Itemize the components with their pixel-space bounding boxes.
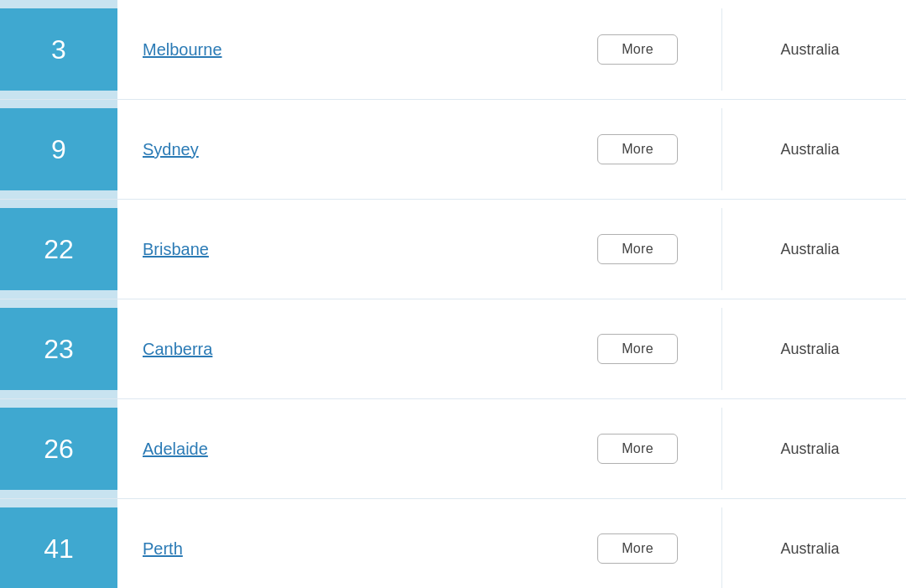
row-bottom-bar (0, 390, 117, 398)
row-top-bar (0, 399, 117, 408)
more-button[interactable]: More (597, 134, 678, 164)
city-cell: Adelaide (117, 440, 554, 459)
country-cell: Australia (721, 507, 906, 588)
row-main: 3MelbourneMoreAustralia (0, 8, 906, 91)
row-main: 9SydneyMoreAustralia (0, 108, 906, 190)
more-cell: More (554, 334, 721, 364)
country-cell: Australia (721, 8, 906, 91)
table-row: 23CanberraMoreAustralia (0, 299, 906, 399)
more-cell: More (554, 434, 721, 464)
row-top-bar (0, 499, 117, 507)
city-link[interactable]: Canberra (143, 340, 212, 358)
rankings-table: 3MelbourneMoreAustralia9SydneyMoreAustra… (0, 0, 906, 588)
row-main: 22BrisbaneMoreAustralia (0, 208, 906, 290)
more-button[interactable]: More (597, 34, 678, 65)
city-link[interactable]: Sydney (143, 140, 199, 159)
rank-cell: 41 (0, 507, 117, 588)
more-button[interactable]: More (597, 334, 678, 364)
more-button[interactable]: More (597, 533, 678, 564)
country-cell: Australia (721, 308, 906, 390)
city-cell: Canberra (117, 340, 554, 359)
city-link[interactable]: Brisbane (143, 240, 209, 258)
city-cell: Brisbane (117, 240, 554, 259)
row-bottom-bar (0, 190, 117, 199)
city-cell: Melbourne (117, 40, 554, 60)
row-bottom-bar (0, 490, 117, 498)
row-main: 23CanberraMoreAustralia (0, 308, 906, 390)
row-main: 41PerthMoreAustralia (0, 507, 906, 588)
row-top-bar (0, 0, 117, 8)
more-button[interactable]: More (597, 434, 678, 464)
rank-cell: 26 (0, 408, 117, 490)
table-row: 3MelbourneMoreAustralia (0, 0, 906, 100)
row-bottom-bar (0, 290, 117, 299)
more-cell: More (554, 234, 721, 264)
table-row: 9SydneyMoreAustralia (0, 100, 906, 200)
more-button[interactable]: More (597, 234, 678, 264)
country-cell: Australia (721, 108, 906, 190)
rank-cell: 9 (0, 108, 117, 190)
table-row: 26AdelaideMoreAustralia (0, 399, 906, 499)
rank-cell: 3 (0, 8, 117, 91)
rank-cell: 22 (0, 208, 117, 290)
city-cell: Perth (117, 539, 554, 559)
more-cell: More (554, 34, 721, 65)
city-cell: Sydney (117, 140, 554, 159)
table-row: 22BrisbaneMoreAustralia (0, 200, 906, 299)
row-bottom-bar (0, 91, 117, 99)
rank-cell: 23 (0, 308, 117, 390)
row-main: 26AdelaideMoreAustralia (0, 408, 906, 490)
country-cell: Australia (721, 408, 906, 490)
country-cell: Australia (721, 208, 906, 290)
row-top-bar (0, 100, 117, 108)
row-top-bar (0, 299, 117, 308)
city-link[interactable]: Melbourne (143, 40, 222, 59)
row-top-bar (0, 200, 117, 208)
table-row: 41PerthMoreAustralia (0, 499, 906, 588)
more-cell: More (554, 533, 721, 564)
city-link[interactable]: Adelaide (143, 440, 208, 458)
city-link[interactable]: Perth (143, 539, 183, 558)
more-cell: More (554, 134, 721, 164)
